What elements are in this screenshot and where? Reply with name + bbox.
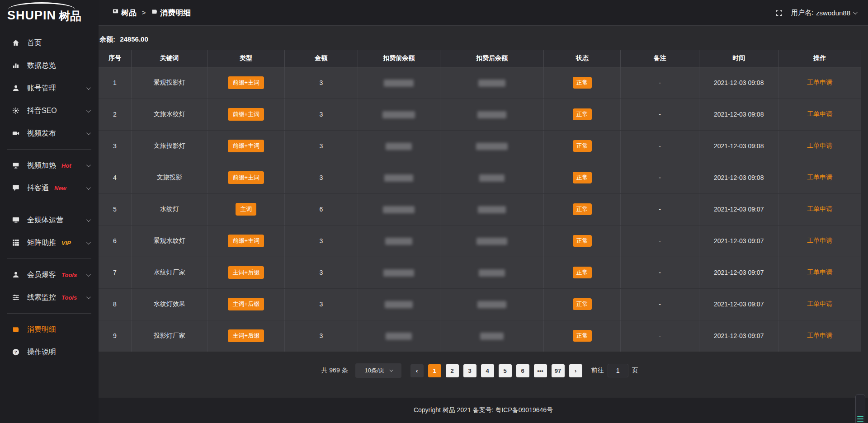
cell-type: 前缀+主词 bbox=[208, 99, 284, 130]
sidebar-item-12[interactable]: 会员爆客Tools bbox=[0, 263, 99, 286]
cell-action: 工单申请 bbox=[778, 162, 861, 193]
status-badge: 正常 bbox=[573, 172, 592, 183]
fullscreen-icon[interactable] bbox=[775, 9, 783, 17]
column-header: 备注 bbox=[621, 50, 699, 67]
cell-type: 主词 bbox=[208, 193, 284, 225]
cell-post-balance bbox=[440, 257, 543, 288]
monitor-icon bbox=[12, 216, 20, 224]
page-button-2[interactable]: 2 bbox=[446, 364, 459, 377]
sidebar-item-10[interactable]: 矩阵助推VIP bbox=[0, 231, 99, 254]
page-button-97[interactable]: 97 bbox=[552, 364, 565, 377]
work-order-link[interactable]: 工单申请 bbox=[807, 332, 832, 339]
column-header: 序号 bbox=[99, 50, 131, 67]
sidebar-item-1[interactable]: 数据总览 bbox=[0, 54, 99, 77]
cell-type: 前缀+主词 bbox=[208, 130, 284, 162]
sidebar-item-4[interactable]: 视频发布 bbox=[0, 122, 99, 145]
breadcrumb-label: 消费明细 bbox=[160, 8, 191, 18]
sidebar-item-15[interactable]: 消费明细 bbox=[0, 318, 99, 341]
sidebar-item-6[interactable]: 视频加热Hot bbox=[0, 154, 99, 177]
user-icon bbox=[12, 84, 20, 92]
cell-time: 2021-12-03 09:07 bbox=[699, 320, 778, 352]
column-header: 类型 bbox=[208, 50, 284, 67]
cell-amount: 3 bbox=[284, 257, 358, 288]
cell-action: 工单申请 bbox=[778, 225, 861, 257]
column-header: 状态 bbox=[544, 50, 621, 67]
sidebar: SHUPIN 树品 首页数据总览账号管理抖音SEO视频发布视频加热Hot抖客通N… bbox=[0, 0, 99, 423]
cell-type: 主词+后缀 bbox=[208, 257, 284, 288]
screen-icon bbox=[12, 161, 20, 169]
cell-index: 1 bbox=[99, 67, 131, 99]
prev-page-button[interactable]: ‹ bbox=[410, 364, 424, 377]
column-header: 时间 bbox=[699, 50, 778, 67]
table-row: 1景观投影灯前缀+主词3正常-2021-12-03 09:08工单申请 bbox=[99, 67, 861, 99]
sidebar-item-0[interactable]: 首页 bbox=[0, 32, 99, 54]
sidebar-item-tag: Tools bbox=[61, 272, 77, 278]
user-menu[interactable]: 用户名: zswodun88 bbox=[791, 9, 856, 17]
more-pages-button[interactable]: ••• bbox=[534, 364, 547, 377]
cell-post-balance bbox=[440, 225, 543, 257]
sidebar-item-label: 全媒体运营 bbox=[27, 216, 63, 225]
masked-value bbox=[384, 80, 414, 87]
page-button-1[interactable]: 1 bbox=[428, 364, 441, 377]
work-order-link[interactable]: 工单申请 bbox=[807, 237, 832, 244]
balance-label: 余额: bbox=[99, 35, 115, 43]
chevron-down-icon bbox=[86, 240, 91, 244]
wallet-icon bbox=[151, 8, 158, 15]
work-order-link[interactable]: 工单申请 bbox=[807, 79, 832, 86]
cell-type: 前缀+主词 bbox=[208, 162, 284, 193]
copyright-text: Copyright 树品 2021 备案号: 粤ICP备09019646号 bbox=[414, 406, 553, 414]
jump-page-input[interactable] bbox=[608, 364, 628, 377]
breadcrumb-item-current[interactable]: 消费明细 bbox=[151, 8, 191, 18]
column-header: 扣费前余额 bbox=[358, 50, 440, 67]
work-order-link[interactable]: 工单申请 bbox=[807, 142, 832, 149]
sidebar-item-16[interactable]: ?操作说明 bbox=[0, 341, 99, 363]
status-badge: 正常 bbox=[573, 330, 592, 342]
cell-remark: - bbox=[621, 320, 699, 352]
sidebar-item-tag: Tools bbox=[61, 294, 77, 301]
floating-widget[interactable] bbox=[855, 394, 865, 423]
sidebar-item-2[interactable]: 账号管理 bbox=[0, 77, 99, 99]
cell-pre-balance bbox=[358, 67, 440, 99]
cell-remark: - bbox=[621, 130, 699, 162]
sidebar-item-7[interactable]: 抖客通New bbox=[0, 177, 99, 199]
work-order-link[interactable]: 工单申请 bbox=[807, 268, 832, 276]
cell-remark: - bbox=[621, 257, 699, 288]
sidebar-divider bbox=[7, 258, 91, 259]
page-button-3[interactable]: 3 bbox=[463, 364, 476, 377]
footer: Copyright 树品 2021 备案号: 粤ICP备09019646号 bbox=[99, 398, 868, 423]
cell-index: 4 bbox=[99, 162, 131, 193]
masked-value bbox=[383, 206, 415, 213]
breadcrumb-item-home[interactable]: 树品 bbox=[112, 8, 137, 18]
status-badge: 正常 bbox=[573, 140, 592, 152]
page-size-select[interactable]: 10条/页 bbox=[355, 363, 401, 378]
page-button-6[interactable]: 6 bbox=[516, 364, 529, 377]
work-order-link[interactable]: 工单申请 bbox=[807, 174, 832, 181]
type-badge: 前缀+主词 bbox=[228, 171, 264, 184]
cell-post-balance bbox=[440, 320, 543, 352]
masked-value bbox=[477, 301, 506, 308]
type-badge: 前缀+主词 bbox=[228, 108, 264, 121]
video-icon bbox=[12, 129, 20, 137]
sidebar-item-9[interactable]: 全媒体运营 bbox=[0, 209, 99, 231]
app-root: SHUPIN 树品 首页数据总览账号管理抖音SEO视频发布视频加热Hot抖客通N… bbox=[0, 0, 868, 423]
cell-status: 正常 bbox=[544, 288, 621, 320]
page-button-4[interactable]: 4 bbox=[481, 364, 494, 377]
cell-time: 2021-12-03 09:08 bbox=[699, 130, 778, 162]
sidebar-item-3[interactable]: 抖音SEO bbox=[0, 99, 99, 122]
cell-remark: - bbox=[621, 99, 699, 130]
column-header: 扣费后余额 bbox=[440, 50, 543, 67]
sidebar-item-13[interactable]: 线索监控Tools bbox=[0, 286, 99, 309]
work-order-link[interactable]: 工单申请 bbox=[807, 300, 832, 307]
next-page-button[interactable]: › bbox=[569, 364, 582, 377]
cell-remark: - bbox=[621, 193, 699, 225]
page-button-5[interactable]: 5 bbox=[499, 364, 512, 377]
chevron-down-icon bbox=[86, 163, 91, 167]
cell-keyword: 水纹灯效果 bbox=[131, 288, 208, 320]
cell-action: 工单申请 bbox=[778, 193, 861, 225]
sidebar-item-label: 会员爆客 bbox=[27, 270, 56, 280]
work-order-link[interactable]: 工单申请 bbox=[807, 110, 832, 118]
topbar-right: 用户名: zswodun88 bbox=[775, 9, 856, 17]
work-order-link[interactable]: 工单申请 bbox=[807, 205, 832, 212]
cell-time: 2021-12-03 09:08 bbox=[699, 99, 778, 130]
consumption-table: 序号关键词类型金额扣费前余额扣费后余额状态备注时间操作 1景观投影灯前缀+主词3… bbox=[99, 50, 861, 352]
